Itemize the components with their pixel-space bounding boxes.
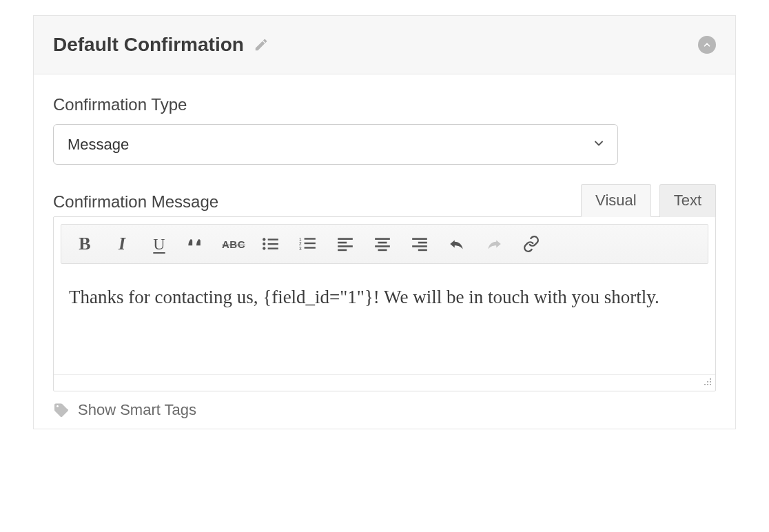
quote-icon [187, 236, 206, 252]
collapse-button[interactable] [698, 36, 716, 54]
align-right-button[interactable] [403, 230, 436, 258]
italic-button[interactable]: I [105, 230, 139, 258]
numbered-list-icon: 1 2 3 [299, 236, 317, 252]
align-center-icon [373, 236, 391, 252]
svg-point-2 [263, 243, 265, 245]
tab-text[interactable]: Text [659, 184, 716, 217]
underline-icon: U [153, 235, 165, 254]
blockquote-button[interactable] [180, 230, 213, 258]
tag-icon [53, 402, 70, 418]
undo-button[interactable] [440, 230, 473, 258]
align-right-icon [411, 236, 429, 252]
svg-point-26 [704, 384, 706, 385]
resize-handle[interactable] [701, 376, 712, 389]
editor-toolbar: B I U ABC 1 [61, 224, 708, 264]
svg-rect-12 [338, 238, 353, 240]
strikethrough-icon: ABC [222, 238, 245, 250]
svg-rect-22 [412, 245, 427, 247]
editor-box: B I U ABC 1 [53, 216, 716, 391]
italic-icon: I [119, 234, 125, 254]
confirmation-type-field: Confirmation Type Message [53, 95, 716, 165]
resize-grip-icon [701, 376, 712, 387]
redo-icon [485, 236, 503, 252]
svg-rect-21 [418, 242, 427, 244]
panel-body: Confirmation Type Message Confirmation M… [34, 74, 735, 429]
message-editor[interactable]: Thanks for contacting us, {field_id="1"}… [54, 271, 715, 374]
confirmation-type-label: Confirmation Type [53, 95, 716, 114]
link-icon [522, 235, 540, 253]
svg-point-24 [710, 384, 711, 385]
svg-rect-23 [418, 249, 427, 252]
svg-point-0 [263, 238, 265, 241]
numbered-list-button[interactable]: 1 2 3 [291, 230, 325, 258]
svg-rect-19 [378, 249, 387, 252]
confirmation-panel: Default Confirmation Confirmation Type M… [33, 15, 736, 429]
svg-rect-18 [375, 245, 390, 247]
panel-header: Default Confirmation [34, 16, 735, 74]
align-center-button[interactable] [366, 230, 399, 258]
confirmation-message-label: Confirmation Message [53, 192, 218, 212]
align-left-icon [336, 236, 354, 252]
svg-rect-15 [338, 249, 347, 252]
svg-rect-20 [412, 238, 427, 240]
svg-rect-1 [268, 238, 278, 240]
bold-button[interactable]: B [68, 230, 101, 258]
svg-point-27 [710, 381, 711, 382]
underline-button[interactable]: U [143, 230, 176, 258]
bullet-list-icon [262, 236, 280, 252]
svg-point-25 [707, 384, 708, 385]
bullet-list-button[interactable] [254, 230, 287, 258]
strikethrough-button[interactable]: ABC [217, 230, 250, 258]
svg-point-4 [263, 247, 265, 249]
editor-tabs: Visual Text [581, 184, 716, 217]
confirmation-message-header: Confirmation Message Visual Text [53, 184, 716, 217]
confirmation-type-select-wrap: Message [53, 124, 618, 165]
redo-button[interactable] [478, 230, 511, 258]
svg-point-28 [707, 381, 708, 382]
smart-tags-row: Show Smart Tags [53, 401, 716, 422]
svg-rect-13 [338, 242, 347, 244]
undo-icon [448, 236, 466, 252]
svg-rect-7 [305, 238, 316, 239]
editor-resize-bar [54, 374, 715, 391]
svg-rect-5 [268, 247, 278, 249]
align-left-button[interactable] [329, 230, 362, 258]
svg-rect-17 [378, 242, 387, 244]
svg-point-29 [710, 378, 711, 380]
panel-title-wrap: Default Confirmation [53, 34, 269, 56]
svg-rect-11 [305, 247, 316, 248]
pencil-icon[interactable] [254, 37, 269, 52]
confirmation-type-select[interactable]: Message [53, 124, 618, 165]
svg-text:3: 3 [299, 246, 302, 251]
svg-rect-9 [305, 243, 316, 244]
show-smart-tags-link[interactable]: Show Smart Tags [78, 401, 196, 419]
svg-rect-16 [375, 238, 390, 240]
chevron-up-icon [702, 40, 712, 50]
link-button[interactable] [515, 230, 548, 258]
panel-title: Default Confirmation [53, 34, 244, 56]
svg-rect-14 [338, 245, 353, 247]
tab-visual[interactable]: Visual [581, 184, 651, 217]
svg-rect-3 [268, 243, 278, 245]
bold-icon: B [79, 234, 90, 254]
